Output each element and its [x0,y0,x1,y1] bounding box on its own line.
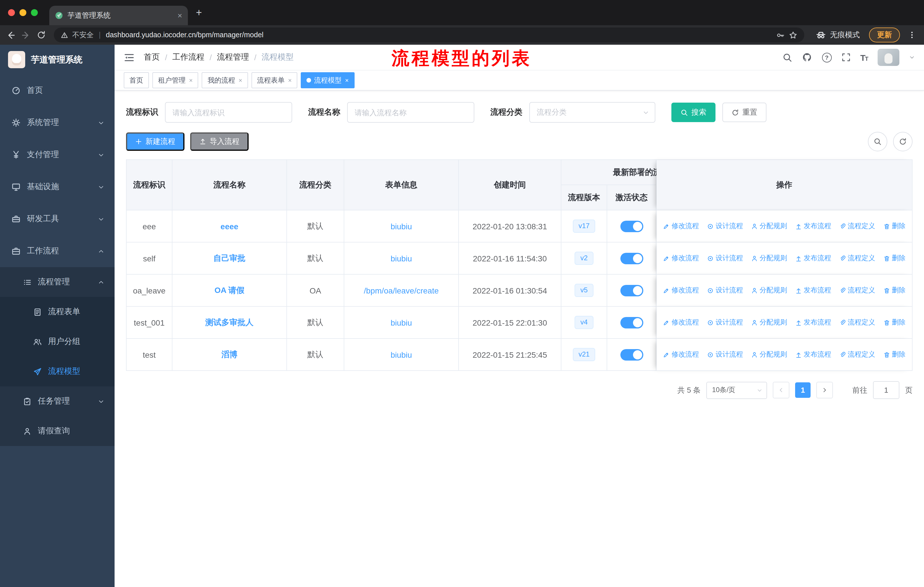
browser-tab[interactable]: 芋道管理系统 × [49,6,188,25]
sidebar-item-system[interactable]: 系统管理 [0,107,115,139]
process-name-link[interactable]: OA 请假 [214,285,244,294]
delete-link[interactable]: 删除 [883,350,905,360]
sidebar-logo[interactable]: 芋道管理系统 [0,45,115,74]
assign-rule-link[interactable]: 分配规则 [751,350,787,360]
update-button[interactable]: 更新 [869,28,900,42]
browser-menu-icon[interactable] [908,30,916,40]
form-link[interactable]: /bpm/oa/leave/create [364,286,439,295]
security-label[interactable]: 不安全 [72,30,94,40]
tag-my-process[interactable]: 我的流程× [202,72,248,88]
password-key-icon[interactable] [776,31,785,39]
design-process-link[interactable]: 设计流程 [707,254,743,263]
tag-tenant[interactable]: 租户管理× [152,72,198,88]
reload-icon[interactable] [37,30,46,40]
publish-process-link[interactable]: 发布流程 [795,350,831,360]
process-definition-link[interactable]: 流程定义 [839,318,875,327]
form-link[interactable]: biubiu [391,318,412,327]
tag-close-icon[interactable]: × [288,77,292,84]
delete-link[interactable]: 删除 [883,222,905,231]
process-name-link[interactable]: eeee [221,222,238,231]
sidebar-item-task-management[interactable]: 任务管理 [0,386,115,416]
back-icon[interactable] [6,30,15,40]
breadcrumb-home[interactable]: 首页 [144,52,160,63]
show-search-button[interactable] [868,132,887,151]
tag-close-icon[interactable]: × [239,77,242,84]
tag-close-icon[interactable]: × [345,77,349,84]
import-process-button[interactable]: 导入流程 [190,132,249,151]
goto-page-input[interactable] [873,381,899,399]
avatar-caret-icon[interactable] [909,55,915,60]
active-toggle[interactable] [620,284,643,296]
design-process-link[interactable]: 设计流程 [707,350,743,360]
process-definition-link[interactable]: 流程定义 [839,286,875,296]
breadcrumb-workflow[interactable]: 工作流程 [172,52,205,63]
sidebar-item-dev-tools[interactable]: 研发工具 [0,203,115,235]
new-process-button[interactable]: 新建流程 [126,132,185,151]
process-name-link[interactable]: 滔博 [221,349,238,359]
github-icon[interactable] [802,52,812,63]
tag-home[interactable]: 首页 [124,72,149,88]
sidebar-item-user-group[interactable]: 用户分组 [0,327,115,357]
process-name-link[interactable]: 测试多审批人 [205,317,254,326]
reset-button[interactable]: 重置 [723,103,766,122]
publish-process-link[interactable]: 发布流程 [795,318,831,327]
minimize-window-button[interactable] [20,9,26,16]
delete-link[interactable]: 删除 [883,254,905,263]
delete-link[interactable]: 删除 [883,318,905,327]
help-icon[interactable]: ? [822,53,832,62]
edit-process-link[interactable]: 修改流程 [663,254,699,263]
search-icon[interactable] [782,53,792,62]
sidebar-item-process-model[interactable]: 流程模型 [0,357,115,386]
tab-close-icon[interactable]: × [178,11,182,20]
process-name-link[interactable]: 自己审批 [213,253,246,262]
fullscreen-icon[interactable] [841,53,850,62]
tag-process-model[interactable]: 流程模型× [301,72,355,88]
active-toggle[interactable] [620,220,643,232]
design-process-link[interactable]: 设计流程 [707,318,743,327]
publish-process-link[interactable]: 发布流程 [795,222,831,231]
page-size-select[interactable]: 10条/页 [706,382,767,398]
collapse-sidebar-icon[interactable] [124,52,135,63]
process-definition-link[interactable]: 流程定义 [839,350,875,360]
process-definition-link[interactable]: 流程定义 [839,222,875,231]
category-select[interactable]: 流程分类 [529,102,655,123]
design-process-link[interactable]: 设计流程 [707,222,743,231]
assign-rule-link[interactable]: 分配规则 [751,222,787,231]
delete-link[interactable]: 删除 [883,286,905,296]
active-toggle[interactable] [620,349,643,360]
edit-process-link[interactable]: 修改流程 [663,286,699,296]
process-key-input[interactable] [165,102,292,123]
tag-close-icon[interactable]: × [189,77,193,84]
next-page-button[interactable] [816,382,833,398]
form-link[interactable]: biubiu [391,350,412,359]
zoom-window-button[interactable] [31,9,38,16]
font-size-icon[interactable]: TT [860,53,868,62]
search-button[interactable]: 搜索 [672,103,716,122]
new-tab-button[interactable]: + [196,7,202,19]
assign-rule-link[interactable]: 分配规则 [751,254,787,263]
user-avatar[interactable] [878,49,899,66]
active-toggle[interactable] [620,317,643,328]
sidebar-item-home[interactable]: 首页 [0,74,115,107]
bookmark-star-icon[interactable] [789,31,797,39]
form-link[interactable]: biubiu [391,254,412,263]
edit-process-link[interactable]: 修改流程 [663,222,699,231]
sidebar-item-workflow[interactable]: 工作流程 [0,235,115,267]
close-window-button[interactable] [8,9,15,16]
assign-rule-link[interactable]: 分配规则 [751,286,787,296]
sidebar-item-payment[interactable]: 支付管理 [0,139,115,171]
address-bar[interactable]: 不安全 | dashboard.yudao.iocoder.cn/bpm/man… [54,28,804,42]
publish-process-link[interactable]: 发布流程 [795,254,831,263]
refresh-table-button[interactable] [893,132,912,151]
process-definition-link[interactable]: 流程定义 [839,254,875,263]
form-link[interactable]: biubiu [391,222,412,231]
sidebar-item-infrastructure[interactable]: 基础设施 [0,171,115,203]
edit-process-link[interactable]: 修改流程 [663,350,699,360]
design-process-link[interactable]: 设计流程 [707,286,743,296]
edit-process-link[interactable]: 修改流程 [663,318,699,327]
prev-page-button[interactable] [773,382,789,398]
process-name-input[interactable] [347,102,474,123]
sidebar-item-leave-query[interactable]: 请假查询 [0,416,115,446]
sidebar-item-process-management[interactable]: 流程管理 [0,267,115,297]
assign-rule-link[interactable]: 分配规则 [751,318,787,327]
